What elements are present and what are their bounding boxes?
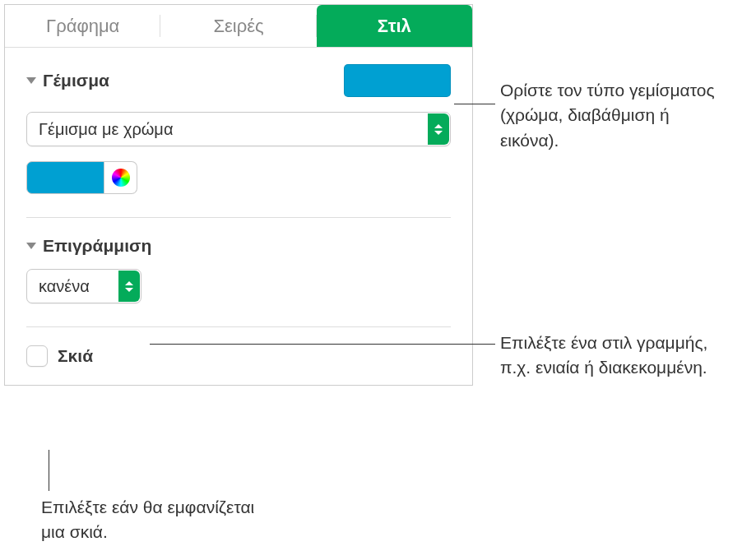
divider [26,326,451,327]
fill-type-value: Γέμισμα με χρώμα [39,120,438,139]
callout-line [150,344,495,345]
color-wheel-icon [112,169,130,187]
fill-title: Γέμισμα [43,71,109,90]
stroke-title: Επιγράμμιση [43,236,151,256]
tab-style[interactable]: Στιλ [317,5,472,47]
shadow-label: Σκιά [58,346,93,366]
chevron-down-icon[interactable] [26,243,36,249]
fill-section-header: Γέμισμα [26,64,451,97]
tab-series[interactable]: Σειρές [160,5,316,47]
callout-line-style: Επιλέξτε ένα στιλ γραμμής, π.χ. ενιαία ή… [500,331,722,381]
stroke-section-header: Επιγράμμιση [26,236,451,256]
panel-body: Γέμισμα Γέμισμα με χρώμα Επιγράμμιση [5,48,472,385]
color-wheel-button[interactable] [104,161,137,194]
fill-color-row [26,161,451,194]
dropdown-stepper-icon [118,271,140,302]
dropdown-stepper-icon [428,113,449,145]
inspector-panel: Γράφημα Σειρές Στιλ Γέμισμα Γέμισμα με χ… [4,4,473,386]
fill-preview-swatch[interactable] [344,64,451,97]
divider [26,217,451,218]
tab-chart[interactable]: Γράφημα [5,5,160,47]
fill-type-dropdown[interactable]: Γέμισμα με χρώμα [26,112,451,146]
callout-shadow-toggle: Επιλέξτε εάν θα εμφανίζεται μια σκιά. [41,495,255,545]
callout-fill-type: Ορίστε τον τύπο γεμίσματος (χρώμα, διαβά… [500,78,730,153]
shadow-checkbox[interactable] [26,345,48,367]
callout-line [454,104,495,104]
shadow-row: Σκιά [26,345,451,367]
stroke-style-dropdown[interactable]: κανένα [26,269,141,303]
chevron-down-icon[interactable] [26,77,36,84]
stroke-style-value: κανένα [39,277,129,296]
fill-color-swatch[interactable] [26,161,104,194]
callout-line [49,450,49,491]
tab-bar: Γράφημα Σειρές Στιλ [5,5,472,48]
